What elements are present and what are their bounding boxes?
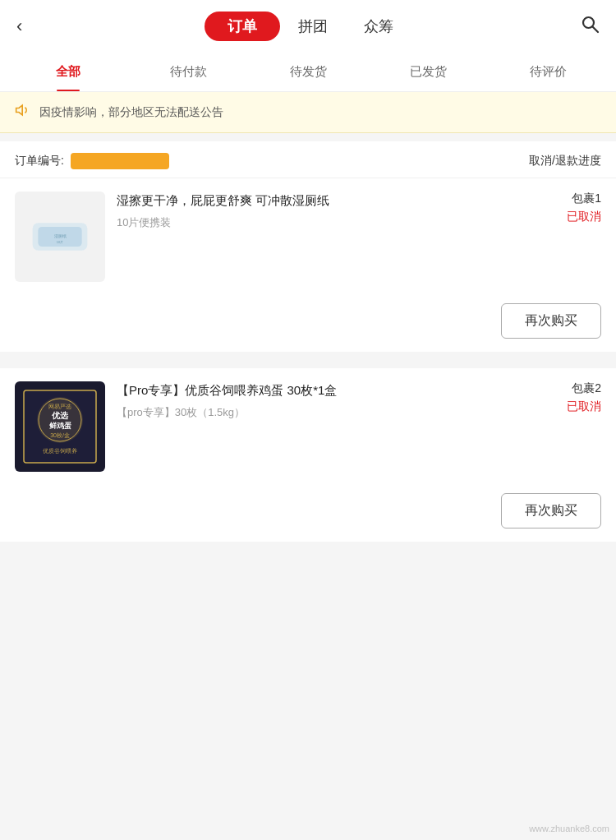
package-label-1: 包裹1: [572, 192, 601, 206]
svg-text:优质谷饲喂养: 优质谷饲喂养: [43, 448, 77, 454]
notice-text: 因疫情影响，部分地区无法配送公告: [39, 105, 223, 120]
rebuy-button-1[interactable]: 再次购买: [501, 303, 601, 339]
header-tab-zhongchou[interactable]: 众筹: [346, 12, 411, 41]
header-tab-group: 订单 拼团 众筹: [205, 12, 411, 41]
header-tab-order[interactable]: 订单: [205, 12, 280, 41]
rebuy-button-2[interactable]: 再次购买: [501, 493, 601, 528]
product-title-2: 【Pro专享】优质谷饲喂养鸡蛋 30枚*1盒: [117, 381, 532, 400]
svg-marker-2: [16, 105, 23, 115]
tab-pending-shipment[interactable]: 待发货: [248, 53, 368, 91]
tab-all[interactable]: 全部: [8, 53, 128, 91]
search-icon[interactable]: [575, 14, 600, 39]
order-divider: [0, 352, 616, 360]
rebuy-row-2: 再次购买: [0, 485, 616, 542]
product-right-1: 包裹1 已取消: [544, 192, 601, 224]
order-id-redacted: [71, 153, 169, 169]
app-header: ‹ 订单 拼团 众筹: [0, 0, 616, 53]
product-spec-1: 10片便携装: [117, 215, 532, 230]
speaker-icon: [15, 102, 31, 122]
product-title-1: 湿擦更干净，屁屁更舒爽 可冲散湿厕纸: [117, 192, 532, 210]
svg-text:10片: 10片: [57, 240, 63, 244]
svg-text:30枚/盒: 30枚/盒: [50, 432, 70, 439]
svg-text:优选: 优选: [51, 411, 69, 420]
tab-pending-review[interactable]: 待评价: [488, 53, 608, 91]
product-info-1: 湿擦更干净，屁屁更舒爽 可冲散湿厕纸 10片便携装: [117, 192, 532, 233]
back-button[interactable]: ‹: [16, 16, 41, 37]
product-status-1: 已取消: [567, 210, 601, 224]
order-nav-tabs: 全部 待付款 待发货 已发货 待评价: [0, 53, 616, 92]
product-spec-2: 【pro专享】30枚（1.5kg）: [117, 405, 532, 420]
product-status-2: 已取消: [567, 399, 601, 414]
notice-banner[interactable]: 因疫情影响，部分地区无法配送公告: [0, 92, 616, 133]
svg-text:网易严选: 网易严选: [48, 404, 71, 409]
svg-line-1: [593, 27, 599, 33]
rebuy-row-1: 再次购买: [0, 295, 616, 352]
header-tab-pintuan[interactable]: 拼团: [280, 12, 346, 41]
product-row-1: 湿厕纸 10片 湿擦更干净，屁屁更舒爽 可冲散湿厕纸 10片便携装 包裹1 已取…: [0, 178, 616, 295]
product-info-2: 【Pro专享】优质谷饲喂养鸡蛋 30枚*1盒 【pro专享】30枚（1.5kg）: [117, 381, 532, 423]
svg-text:湿厕纸: 湿厕纸: [54, 233, 67, 238]
order-header-1: 订单编号: 取消/退款进度: [0, 141, 616, 178]
tab-shipped[interactable]: 已发货: [368, 53, 488, 91]
product-image-1: 湿厕纸 10片: [15, 192, 105, 282]
svg-text:鲜鸡蛋: 鲜鸡蛋: [48, 422, 71, 430]
product-right-2: 包裹2 已取消: [544, 381, 601, 414]
tab-pending-payment[interactable]: 待付款: [128, 53, 248, 91]
cancel-refund-link-1[interactable]: 取消/退款进度: [529, 154, 601, 168]
watermark: www.zhuanke8.com: [529, 824, 609, 833]
order-card-2: 网易严选 优选 鲜鸡蛋 30枚/盒 优质谷饲喂养 【Pro专享】优质谷饲喂养鸡蛋…: [0, 368, 616, 542]
order-id-label: 订单编号:: [15, 154, 64, 168]
package-label-2: 包裹2: [572, 381, 601, 396]
order-id-row-1: 订单编号:: [15, 153, 169, 169]
product-row-2: 网易严选 优选 鲜鸡蛋 30枚/盒 优质谷饲喂养 【Pro专享】优质谷饲喂养鸡蛋…: [0, 368, 616, 485]
order-card-1: 订单编号: 取消/退款进度 湿厕纸 10片 湿擦更干净，屁屁更舒爽 可冲散湿厕纸…: [0, 141, 616, 352]
product-image-2: 网易严选 优选 鲜鸡蛋 30枚/盒 优质谷饲喂养: [15, 381, 105, 472]
